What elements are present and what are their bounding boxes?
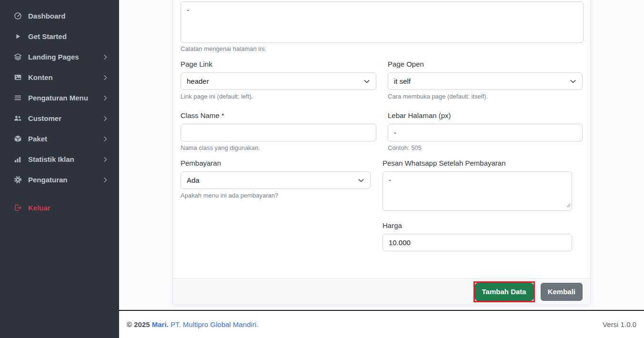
pembayaran-help: Apakah menu ini ada pembayaran?: [181, 192, 371, 199]
chevron-right-icon: [102, 177, 109, 183]
sidebar-item-label: Landing Pages: [28, 53, 79, 61]
sidebar-item-paket[interactable]: Paket: [0, 129, 119, 149]
pesan-whatsapp-textarea[interactable]: -: [382, 171, 572, 211]
row-pembayaran-whatsapp: Pembayaran Ada Apakah menu ini ada pemba…: [181, 159, 583, 251]
pesan-whatsapp-wrap: -: [382, 171, 572, 211]
brand-link[interactable]: Mari.: [152, 320, 169, 328]
page-open-help: Cara membuka page (default: itself).: [388, 93, 583, 100]
class-name-label: Class Name *: [181, 111, 376, 119]
chevron-right-icon: [102, 136, 109, 142]
sidebar-item-landing-pages[interactable]: Landing Pages: [0, 47, 119, 67]
version-label: Versi 1.0.0: [603, 320, 636, 328]
notes-help: Catatan mengenai halaman ini.: [181, 45, 583, 52]
speedometer-icon: [13, 12, 22, 20]
harga-input[interactable]: [382, 234, 572, 251]
lebar-halaman-label: Lebar Halaman (px): [388, 111, 583, 119]
tambah-data-button[interactable]: Tambah Data: [475, 283, 533, 301]
sidebar-item-label: Customer: [28, 114, 61, 122]
copyright: © 2025 Mari. PT. Multipro Global Mandiri…: [127, 320, 258, 328]
class-name-help: Nama class yang digunakan.: [181, 144, 376, 151]
sidebar-item-get-started[interactable]: Get Started: [0, 26, 119, 47]
chevron-right-icon: [102, 156, 109, 163]
page-link-label: Page Link: [181, 60, 376, 68]
sidebar-item-label: Pengaturan: [28, 176, 68, 184]
image-icon: [13, 73, 22, 81]
menu-list-icon: [13, 94, 22, 102]
box-icon: [13, 135, 22, 143]
pembayaran-selected-value: Ada: [187, 176, 200, 184]
form-card-footer: Tambah Data Kembali: [173, 278, 590, 305]
lebar-halaman-field-group: Lebar Halaman (px) Contoh: 505: [388, 111, 583, 151]
chevron-down-icon: [570, 79, 576, 84]
sidebar-item-label: Statistik Iklan: [28, 155, 74, 163]
sidebar-item-konten[interactable]: Konten: [0, 67, 119, 88]
copyright-year: © 2025: [127, 320, 150, 328]
class-name-field-group: Class Name * Nama class yang digunakan.: [181, 111, 376, 151]
pesan-whatsapp-label: Pesan Whatsapp Setelah Pembayaran: [382, 159, 572, 167]
page-footer: © 2025 Mari. PT. Multipro Global Mandiri…: [119, 311, 644, 338]
sidebar-item-customer[interactable]: Customer: [0, 108, 119, 129]
submit-highlight-box: Tambah Data: [473, 281, 535, 302]
row-page-link-open: Page Link header Link page ini (default:…: [181, 60, 583, 100]
page-open-select[interactable]: it self: [388, 72, 583, 90]
pembayaran-label: Pembayaran: [181, 159, 371, 167]
sidebar-item-label: Konten: [28, 73, 53, 81]
page-open-field-group: Page Open it self Cara membuka page (def…: [388, 60, 583, 100]
play-icon: [13, 32, 22, 40]
page-open-selected-value: it self: [394, 77, 411, 85]
gear-icon: [13, 176, 22, 184]
sidebar-item-label: Pengaturan Menu: [28, 94, 88, 102]
sidebar-item-label: Paket: [28, 135, 47, 143]
sidebar-item-label: Get Started: [28, 32, 67, 40]
sidebar-item-dashboard[interactable]: Dashboard: [0, 6, 119, 26]
logout-icon: [13, 204, 22, 212]
sidebar-item-label: Dashboard: [28, 12, 65, 20]
lebar-halaman-help: Contoh: 505: [388, 144, 583, 151]
sidebar-nav: Dashboard Get Started Landing Pages Kont…: [0, 0, 119, 218]
layers-icon: [13, 53, 22, 61]
form-card-body: - Catatan mengenai halaman ini. Page Lin…: [173, 0, 590, 259]
chevron-down-icon: [363, 79, 370, 84]
chevron-right-icon: [102, 115, 109, 122]
row-class-lebar: Class Name * Nama class yang digunakan. …: [181, 111, 583, 151]
whatsapp-harga-group: Pesan Whatsapp Setelah Pembayaran - Harg…: [382, 159, 572, 251]
page-link-select[interactable]: header: [181, 72, 376, 90]
chevron-right-icon: [102, 54, 109, 60]
sidebar-item-label: Keluar: [28, 204, 50, 212]
users-icon: [13, 114, 22, 122]
company-link[interactable]: PT. Multipro Global Mandiri.: [171, 320, 258, 328]
harga-label: Harga: [382, 221, 572, 229]
page-link-help: Link page ini (default: left).: [181, 93, 376, 100]
class-name-input[interactable]: [181, 124, 376, 141]
content-area: - Catatan mengenai halaman ini. Page Lin…: [119, 0, 644, 310]
pembayaran-select[interactable]: Ada: [181, 171, 371, 189]
bar-chart-icon: [13, 155, 22, 163]
pembayaran-field-group: Pembayaran Ada Apakah menu ini ada pemba…: [181, 159, 371, 251]
page-link-selected-value: header: [187, 77, 209, 85]
main-area: - Catatan mengenai halaman ini. Page Lin…: [119, 0, 644, 338]
kembali-button[interactable]: Kembali: [541, 283, 583, 301]
page-open-label: Page Open: [388, 60, 583, 68]
chevron-right-icon: [102, 74, 109, 81]
sidebar-item-pengaturan-menu[interactable]: Pengaturan Menu: [0, 88, 119, 108]
form-card: - Catatan mengenai halaman ini. Page Lin…: [172, 0, 591, 305]
chevron-right-icon: [102, 95, 109, 101]
sidebar-item-keluar[interactable]: Keluar: [0, 198, 119, 218]
chevron-down-icon: [358, 178, 364, 183]
notes-field-group: - Catatan mengenai halaman ini.: [181, 1, 583, 52]
sidebar-item-statistik-iklan[interactable]: Statistik Iklan: [0, 149, 119, 169]
sidebar-item-pengaturan[interactable]: Pengaturan: [0, 169, 119, 190]
lebar-halaman-input[interactable]: [388, 124, 583, 141]
notes-textarea[interactable]: -: [181, 1, 584, 43]
page-link-field-group: Page Link header Link page ini (default:…: [181, 60, 376, 100]
sidebar: Dashboard Get Started Landing Pages Kont…: [0, 0, 119, 338]
